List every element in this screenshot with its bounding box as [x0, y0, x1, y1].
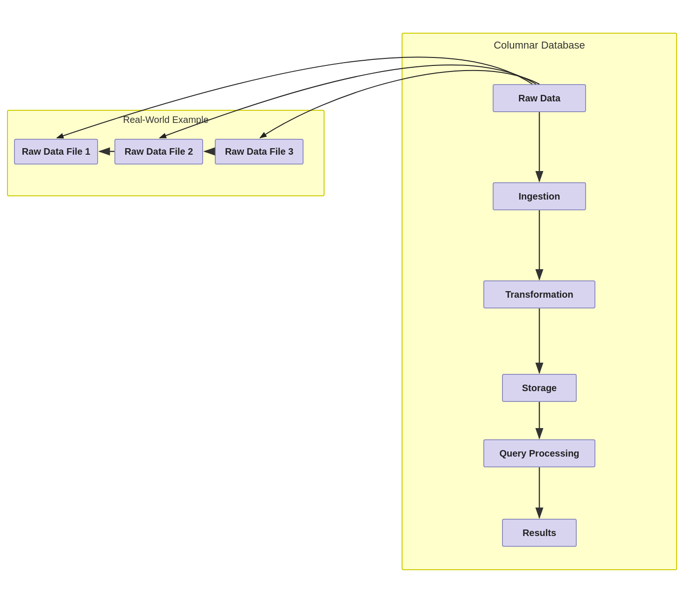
raw-data-file1-box: Raw Data File 1 [14, 139, 98, 165]
results-box: Results [502, 519, 577, 547]
transformation-box: Transformation [483, 280, 595, 308]
storage-box: Storage [502, 374, 577, 402]
query-processing-box: Query Processing [483, 439, 595, 467]
raw-data-file3-box: Raw Data File 3 [215, 139, 304, 165]
realworld-label: Real-World Example [123, 115, 208, 125]
raw-data-file2-box: Raw Data File 2 [114, 139, 203, 165]
raw-data-box: Raw Data [493, 84, 586, 112]
ingestion-box: Ingestion [493, 182, 586, 210]
diagram-container: Columnar Database Real-World Example Raw… [0, 0, 700, 594]
columnar-label: Columnar Database [494, 39, 585, 51]
